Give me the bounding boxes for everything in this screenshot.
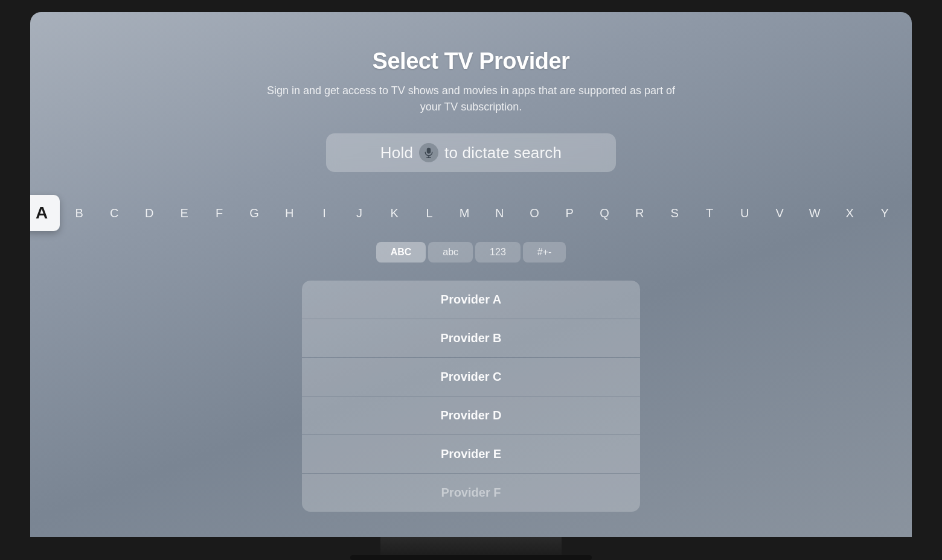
tv-stand: [380, 537, 562, 560]
key-i[interactable]: I: [309, 197, 340, 229]
key-e[interactable]: E: [168, 197, 200, 229]
provider-item-a[interactable]: Provider A: [302, 281, 640, 319]
key-n[interactable]: N: [484, 197, 515, 229]
key-y[interactable]: Y: [869, 197, 900, 229]
keyboard-modes: ABC abc 123 #+-: [376, 242, 566, 262]
screen-content: Select TV Provider Sign in and get acces…: [30, 12, 912, 537]
key-d[interactable]: D: [133, 197, 165, 229]
key-a[interactable]: A: [30, 195, 60, 231]
key-l[interactable]: L: [414, 197, 445, 229]
title-section: Select TV Provider Sign in and get acces…: [266, 48, 676, 115]
provider-item-e[interactable]: Provider E: [302, 435, 640, 473]
key-t[interactable]: T: [694, 197, 725, 229]
providers-list: Provider A Provider B Provider C Provide…: [302, 281, 640, 512]
svg-rect-0: [427, 148, 431, 154]
key-j[interactable]: J: [344, 197, 375, 229]
provider-item-b[interactable]: Provider B: [302, 319, 640, 357]
dictate-prefix: Hold: [380, 144, 413, 162]
key-o[interactable]: O: [519, 197, 550, 229]
dictate-bar[interactable]: Hold to dictate search: [326, 133, 616, 172]
key-m[interactable]: M: [449, 197, 480, 229]
mode-symbols[interactable]: #+-: [523, 242, 566, 262]
key-c[interactable]: C: [98, 197, 130, 229]
key-r[interactable]: R: [624, 197, 655, 229]
key-f[interactable]: F: [203, 197, 235, 229]
key-h[interactable]: H: [274, 197, 305, 229]
page-title: Select TV Provider: [266, 48, 676, 74]
provider-item-c[interactable]: Provider C: [302, 358, 640, 396]
subtitle-text: Sign in and get access to TV shows and m…: [266, 83, 676, 115]
key-u[interactable]: U: [729, 197, 760, 229]
mode-numbers[interactable]: 123: [475, 242, 521, 262]
key-q[interactable]: Q: [589, 197, 620, 229]
key-w[interactable]: W: [799, 197, 830, 229]
key-v[interactable]: V: [764, 197, 795, 229]
provider-item-d[interactable]: Provider D: [302, 396, 640, 434]
key-x[interactable]: X: [834, 197, 865, 229]
mode-abc-lower[interactable]: abc: [428, 242, 473, 262]
provider-item-f[interactable]: Provider F: [302, 474, 640, 512]
mode-abc-upper[interactable]: ABC: [376, 242, 426, 262]
key-z[interactable]: Z: [904, 197, 912, 229]
key-k[interactable]: K: [379, 197, 410, 229]
microphone-icon: [419, 143, 438, 162]
key-p[interactable]: P: [554, 197, 585, 229]
key-b[interactable]: B: [63, 197, 95, 229]
dictate-suffix: to dictate search: [444, 144, 562, 162]
keyboard-row: SPACE A B C D E F G H I J K L M N O P Q …: [78, 195, 864, 231]
key-s[interactable]: S: [659, 197, 690, 229]
tv-screen: Select TV Provider Sign in and get acces…: [30, 12, 912, 537]
key-g[interactable]: G: [239, 197, 270, 229]
